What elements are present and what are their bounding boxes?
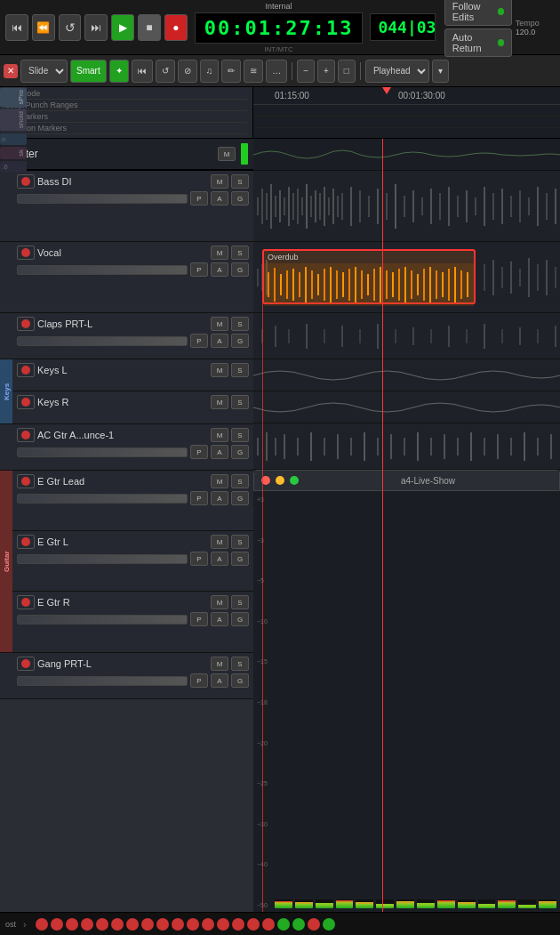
ac-gtr-pan-button[interactable]: P xyxy=(190,445,208,459)
claps-gain-button[interactable]: G xyxy=(231,334,249,348)
bot-dot-14[interactable] xyxy=(232,918,244,931)
bot-dot-4[interactable] xyxy=(81,918,93,931)
keys-l-solo-button[interactable]: S xyxy=(231,363,249,377)
e-gtr-l-auto-button[interactable]: A xyxy=(211,552,228,566)
bot-dot-2[interactable] xyxy=(51,918,63,931)
bass-auto-button[interactable]: A xyxy=(211,191,228,206)
ac-gtr-record-button[interactable] xyxy=(17,428,35,442)
bot-dot-6[interactable] xyxy=(111,918,124,931)
slide-select[interactable]: Slide xyxy=(20,60,68,83)
vocal-gain-button[interactable]: G xyxy=(231,262,249,277)
master-mute-button[interactable]: M xyxy=(218,147,236,161)
gang-solo-button[interactable]: S xyxy=(231,657,249,671)
pointer-tool[interactable]: ✦ xyxy=(109,60,129,83)
e-gtr-r-gain-button[interactable]: G xyxy=(231,612,249,626)
rewind-button[interactable]: ⏪ xyxy=(32,14,55,41)
gang-record-button[interactable] xyxy=(17,657,35,671)
e-gtr-r-mute-button[interactable]: M xyxy=(211,595,228,609)
keys-r-solo-button[interactable]: S xyxy=(231,395,249,409)
trim-tool[interactable]: ⏮ xyxy=(132,60,153,83)
e-gtr-l-pan-button[interactable]: P xyxy=(190,552,208,566)
smart-button[interactable]: Smart xyxy=(70,60,107,83)
vocal-solo-button[interactable]: S xyxy=(231,246,249,260)
e-gtr-lead-gain-button[interactable]: G xyxy=(231,491,249,505)
e-gtr-r-solo-button[interactable]: S xyxy=(231,595,249,609)
claps-pan-button[interactable]: P xyxy=(190,334,208,348)
ac-gtr-fader[interactable] xyxy=(17,447,188,457)
claps-fader[interactable] xyxy=(17,336,188,346)
e-gtr-r-fader[interactable] xyxy=(17,615,188,625)
e-gtr-lead-record-button[interactable] xyxy=(17,474,35,488)
vocal-mute-button[interactable]: M xyxy=(211,246,228,260)
bot-dot-1[interactable] xyxy=(36,918,48,931)
e-gtr-r-pan-button[interactable]: P xyxy=(190,612,208,626)
bass-record-button[interactable] xyxy=(17,174,35,189)
mixer-maximize-dot[interactable] xyxy=(290,476,299,485)
vocal-pan-button[interactable]: P xyxy=(190,262,208,277)
claps-mute-button[interactable]: M xyxy=(211,317,228,331)
bass-mute-button[interactable]: M xyxy=(211,174,228,189)
scrub-tool[interactable]: ♫ xyxy=(200,60,220,83)
e-gtr-lead-fader[interactable] xyxy=(17,494,188,504)
playhead-select[interactable]: Playhead xyxy=(365,60,429,83)
bass-pan-button[interactable]: P xyxy=(190,191,208,206)
extra-tool[interactable]: … xyxy=(266,60,287,83)
forward-button[interactable]: ⏭ xyxy=(84,14,108,41)
gang-auto-button[interactable]: A xyxy=(211,673,228,688)
zoom-fit-button[interactable]: □ xyxy=(338,60,356,83)
fade-tool[interactable]: ≋ xyxy=(244,60,263,83)
playhead-extra[interactable]: ▾ xyxy=(432,60,449,83)
pencil-tool[interactable]: ✏ xyxy=(221,60,241,83)
e-gtr-l-solo-button[interactable]: S xyxy=(231,535,249,549)
claps-record-button[interactable] xyxy=(17,317,35,331)
expand-arrow[interactable]: › xyxy=(23,919,27,930)
rewind-to-start-button[interactable]: ⏮ xyxy=(5,14,28,41)
keys-r-mute-button[interactable]: M xyxy=(211,395,228,409)
ac-gtr-gain-button[interactable]: G xyxy=(231,445,249,459)
auto-return-button[interactable]: Auto Return xyxy=(444,28,512,57)
play-button[interactable]: ▶ xyxy=(111,14,134,41)
bot-dot-9[interactable] xyxy=(156,918,169,931)
keys-l-mute-button[interactable]: M xyxy=(211,363,228,377)
record-button[interactable]: ● xyxy=(164,14,188,41)
bot-dot-8[interactable] xyxy=(141,918,154,931)
vocal-auto-button[interactable]: A xyxy=(211,262,228,277)
bot-dot-17[interactable] xyxy=(277,918,290,931)
e-gtr-r-auto-button[interactable]: A xyxy=(211,612,228,626)
e-gtr-lead-mute-button[interactable]: M xyxy=(211,474,228,488)
loop-button[interactable]: ↺ xyxy=(59,14,82,41)
bot-dot-15[interactable] xyxy=(247,918,260,931)
ac-gtr-mute-button[interactable]: M xyxy=(211,428,228,442)
bot-dot-18[interactable] xyxy=(292,918,305,931)
e-gtr-lead-auto-button[interactable]: A xyxy=(211,491,228,505)
bot-dot-13[interactable] xyxy=(217,918,229,931)
e-gtr-l-fader[interactable] xyxy=(17,554,188,564)
zoom-out-button[interactable]: − xyxy=(297,60,315,83)
keys-l-record-button[interactable] xyxy=(17,363,35,377)
e-gtr-l-gain-button[interactable]: G xyxy=(231,552,249,566)
follow-edits-button[interactable]: Follow Edits xyxy=(444,0,512,26)
bot-dot-16[interactable] xyxy=(262,918,275,931)
bot-dot-10[interactable] xyxy=(172,918,184,931)
gang-gain-button[interactable]: G xyxy=(231,673,249,688)
claps-auto-button[interactable]: A xyxy=(211,334,228,348)
bot-dot-11[interactable] xyxy=(187,918,199,931)
gang-mute-button[interactable]: M xyxy=(211,657,228,671)
bot-dot-12[interactable] xyxy=(202,918,214,931)
mute-tool[interactable]: ⊘ xyxy=(178,60,197,83)
keys-r-record-button[interactable] xyxy=(17,395,35,409)
e-gtr-lead-pan-button[interactable]: P xyxy=(190,491,208,505)
disk-tab[interactable]: sk xyxy=(0,147,27,159)
e-gtr-r-record-button[interactable] xyxy=(17,595,35,609)
bass-gain-button[interactable]: G xyxy=(231,191,249,206)
vocal-fader[interactable] xyxy=(17,265,188,275)
zoom-in-button[interactable]: + xyxy=(317,60,335,83)
bot-dot-19[interactable] xyxy=(308,918,320,931)
e-gtr-l-record-button[interactable] xyxy=(17,535,35,549)
loop-tool[interactable]: ↺ xyxy=(156,60,175,83)
bot-dot-3[interactable] xyxy=(66,918,78,931)
bass-fader[interactable] xyxy=(17,194,188,204)
vocal-record-button[interactable] xyxy=(17,246,35,260)
bot-dot-5[interactable] xyxy=(96,918,108,931)
ac-gtr-auto-button[interactable]: A xyxy=(211,445,228,459)
